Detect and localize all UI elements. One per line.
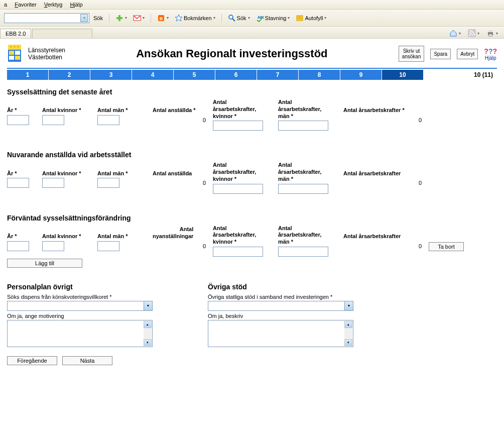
svg-rect-23 xyxy=(9,56,14,60)
svg-line-6 xyxy=(232,19,235,21)
step-2[interactable]: 2 xyxy=(49,70,90,80)
sok-button[interactable]: Sök▾ xyxy=(226,13,252,23)
rss-icon[interactable]: ▾ xyxy=(466,28,481,38)
gmail-icon[interactable]: ▾ xyxy=(131,13,147,23)
s1-kvinnor-label: Antal kvinnor * xyxy=(42,99,92,114)
s3-arsk-label: Antal årsarbetskrafter, kvinnor * xyxy=(213,225,273,246)
s1-kvinnor-input[interactable] xyxy=(42,115,64,125)
bokmarken-button[interactable]: Bokmärken▾ xyxy=(173,13,217,23)
prev-button[interactable]: Föregående xyxy=(7,356,57,365)
s3-arsm-input[interactable] xyxy=(278,247,328,257)
laggtill-button[interactable]: Lägg till xyxy=(7,259,82,268)
browser-menubar: a FFavoriteravoriter Verktyg Hjälp xyxy=(0,0,504,10)
org-name: Länsstyrelsen Västerbotten xyxy=(28,47,65,61)
url-dropdown[interactable]: ▾ xyxy=(4,13,89,23)
blog-icon[interactable]: B▾ xyxy=(155,13,171,23)
s2-arsk-input[interactable] xyxy=(213,184,263,194)
step-6[interactable]: 6 xyxy=(215,70,257,80)
svg-rect-24 xyxy=(15,56,20,60)
menu-favoriter[interactable]: FFavoriteravoriter xyxy=(15,2,36,8)
browser-tab-2[interactable] xyxy=(32,29,92,38)
s3-ar-label: År * xyxy=(7,225,37,240)
step-navigation: 1 2 3 4 5 6 7 8 9 10 10 (11) xyxy=(7,70,497,80)
s2-ar-input[interactable] xyxy=(7,178,29,188)
step-counter: 10 (11) xyxy=(474,71,497,78)
svg-point-17 xyxy=(10,46,12,48)
section-1-fields: År * Antal kvinnor * Antal män * Antal a… xyxy=(7,99,497,131)
menu-verktyg[interactable]: Verktyg xyxy=(44,2,63,8)
svg-point-19 xyxy=(17,46,19,48)
personalplan-title: Personalplan övrigt xyxy=(7,283,153,291)
s3-anstallda-value: 0 xyxy=(153,241,208,251)
s3-man-label: Antal män * xyxy=(97,225,148,240)
save-button[interactable]: Spara xyxy=(430,49,451,59)
s2-anstallda-value: 0 xyxy=(153,178,208,188)
step-5[interactable]: 5 xyxy=(174,70,215,80)
s2-anstallda-label: Antal anställda xyxy=(153,162,208,177)
browser-toolbar-1: ▾ Sök ▾ ▾ B▾ Bokmärken▾ Sök▾ ABC Stavnin… xyxy=(0,10,504,27)
page-content: Länsstyrelsen Västerbotten Ansökan Regio… xyxy=(0,39,504,375)
s1-ar-input[interactable] xyxy=(7,115,29,125)
step-9[interactable]: 9 xyxy=(340,70,382,80)
s2-arsm-input[interactable] xyxy=(278,184,328,194)
s3-ar-input[interactable] xyxy=(7,241,29,251)
step-1[interactable]: 1 xyxy=(7,70,49,80)
menu-arkiv[interactable]: a xyxy=(4,2,7,8)
next-button[interactable]: Nästa xyxy=(62,356,112,365)
svg-point-5 xyxy=(229,15,233,19)
section-1-title: Sysselsättning det senaste året xyxy=(7,88,497,96)
svg-rect-1 xyxy=(116,17,122,19)
s1-arsm-input[interactable] xyxy=(278,121,328,131)
stavning-button[interactable]: ABC Stavning▾ xyxy=(254,13,292,23)
nav-buttons: Föregående Nästa xyxy=(7,356,497,365)
s3-kvinnor-input[interactable] xyxy=(42,241,64,251)
motivering-textarea[interactable]: ▴▾ xyxy=(7,320,153,347)
autofyll-button[interactable]: Autofyll▾ xyxy=(294,13,328,23)
s1-arstot-value: 0 xyxy=(343,115,424,125)
print-icon[interactable]: ▾ xyxy=(484,28,500,38)
ovriga-stod-title: Övriga stöd xyxy=(208,283,353,291)
help-link[interactable]: ??? Hjälp xyxy=(484,47,497,61)
s2-man-input[interactable] xyxy=(97,178,119,188)
step-4[interactable]: 4 xyxy=(132,70,174,80)
step-7[interactable]: 7 xyxy=(257,70,299,80)
s2-arstot-value: 0 xyxy=(343,178,424,188)
beskriv-label: Om ja, beskriv xyxy=(208,313,353,319)
svg-rect-8 xyxy=(297,16,303,21)
beskriv-textarea[interactable]: ▴▾ xyxy=(208,320,353,347)
s1-arsk-label: Antal årsarbetskrafter, kvinnor * xyxy=(213,99,273,120)
s2-arsm-label: Antal årsarbetskrafter, män * xyxy=(278,162,338,182)
s1-man-input[interactable] xyxy=(97,115,119,125)
lansstyrelsen-logo xyxy=(7,44,22,64)
s1-ar-label: År * xyxy=(7,99,37,114)
browser-tab-1[interactable]: EBB 2.0 xyxy=(0,29,31,38)
tabort-button[interactable]: Ta bort xyxy=(429,242,464,251)
svg-rect-15 xyxy=(489,34,492,36)
s1-man-label: Antal män * xyxy=(97,99,148,114)
s2-kvinnor-input[interactable] xyxy=(42,178,64,188)
cancel-button[interactable]: Avbryt xyxy=(457,49,478,59)
section-3-fields: År * Antal kvinnor * Antal män * Antal n… xyxy=(7,225,497,257)
sok-label: Sök xyxy=(91,14,105,22)
browser-tabbar: EBB 2.0 ▾ ▾ ▾ xyxy=(0,27,504,39)
section-4: Personalplan övrigt Söks dispens från kö… xyxy=(7,278,497,347)
step-3[interactable]: 3 xyxy=(90,70,132,80)
s2-arsk-label: Antal årsarbetskrafter, kvinnor * xyxy=(213,162,273,182)
menu-hjalp[interactable]: Hjälp xyxy=(70,2,82,8)
step-8[interactable]: 8 xyxy=(299,70,340,80)
home-icon[interactable]: ▾ xyxy=(447,28,463,38)
s3-kvinnor-label: Antal kvinnor * xyxy=(42,225,92,240)
dispens-select[interactable]: ▾ xyxy=(7,301,153,311)
section-3-title: Förväntad sysselsättningsförändring xyxy=(7,214,497,222)
svg-rect-21 xyxy=(9,51,14,55)
s3-arsk-input[interactable] xyxy=(213,247,263,257)
s2-kvinnor-label: Antal kvinnor * xyxy=(42,162,92,177)
step-10[interactable]: 10 xyxy=(382,70,424,80)
s1-arsm-label: Antal årsarbetskrafter, män * xyxy=(278,99,338,120)
s3-man-input[interactable] xyxy=(97,241,119,251)
print-application-button[interactable]: Skriv ut ansökan xyxy=(399,46,425,62)
add-icon[interactable]: ▾ xyxy=(113,13,129,23)
s1-anstallda-label: Antal anställda * xyxy=(153,99,208,114)
ovriga-stod-select[interactable]: ▾ xyxy=(208,301,353,311)
s1-arsk-input[interactable] xyxy=(213,121,263,131)
